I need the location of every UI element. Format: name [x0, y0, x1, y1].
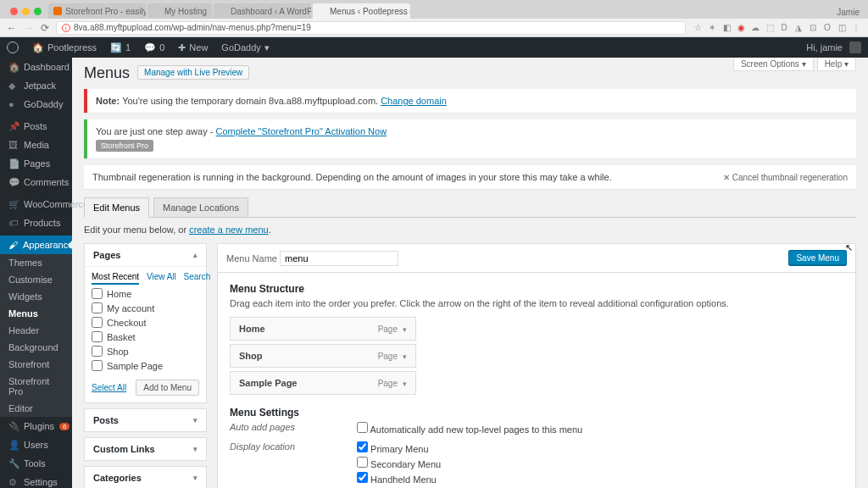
sidebar-item-godaddy[interactable]: ●GoDaddy: [0, 95, 72, 114]
sidebar-item-media[interactable]: 🖼Media: [0, 136, 72, 154]
page-option[interactable]: Basket: [92, 330, 199, 344]
submenu-storefront[interactable]: Storefront: [0, 356, 72, 373]
sidebar-item-settings[interactable]: ⚙Settings: [0, 473, 72, 488]
minimize-window-icon[interactable]: [22, 8, 30, 15]
chevron-down-icon[interactable]: ▾: [403, 380, 407, 388]
submenu-themes[interactable]: Themes: [0, 254, 72, 271]
live-preview-button[interactable]: Manage with Live Preview: [137, 65, 249, 80]
sidebar-item-dashboard[interactable]: 🏠Dashboard: [0, 58, 72, 76]
forward-button[interactable]: →: [24, 22, 34, 34]
comments-count[interactable]: 💬 0: [137, 37, 171, 58]
location-option[interactable]: Handheld Menu: [357, 472, 441, 485]
sidebar-item-products[interactable]: 🏷Products: [0, 214, 72, 232]
location-checkbox[interactable]: [357, 441, 368, 452]
ext-icon[interactable]: ✶: [707, 23, 717, 32]
location-option[interactable]: Primary Menu: [357, 441, 441, 454]
cancel-regen-link[interactable]: ✕ Cancel thumbnail regeneration: [723, 173, 848, 182]
wp-logo[interactable]: [0, 37, 25, 58]
page-option[interactable]: Home: [92, 286, 199, 301]
ext-icon[interactable]: ⬚: [765, 23, 775, 32]
sidebar-item-users[interactable]: 👤Users: [0, 435, 72, 454]
activation-link[interactable]: Complete "Storefront Pro" Activation Now: [215, 126, 387, 136]
location-checkbox[interactable]: [357, 472, 368, 483]
change-domain-link[interactable]: Change domain: [381, 96, 447, 106]
ext-icon[interactable]: ◫: [837, 23, 847, 32]
add-to-menu-button[interactable]: Add to Menu: [136, 380, 199, 396]
menu-item-row[interactable]: Sample Page Page▾: [230, 371, 416, 395]
screen-options-toggle[interactable]: Screen Options ▾: [733, 58, 814, 71]
close-window-icon[interactable]: [10, 8, 18, 15]
page-option[interactable]: Checkout: [92, 315, 199, 330]
sidebar-item-woocommerce[interactable]: 🛒WooCommerce: [0, 195, 72, 214]
help-toggle[interactable]: Help ▾: [817, 58, 856, 71]
page-checkbox[interactable]: [92, 346, 103, 357]
star-icon[interactable]: ☆: [693, 23, 703, 32]
submenu-header[interactable]: Header: [0, 322, 72, 339]
submenu-customise[interactable]: Customise: [0, 271, 72, 288]
page-option[interactable]: My account: [92, 301, 199, 315]
menu-name-input[interactable]: [280, 251, 398, 266]
sidebar-item-tools[interactable]: 🔧Tools: [0, 454, 72, 473]
page-option[interactable]: Sample Page: [92, 358, 199, 373]
ext-icon[interactable]: ⊡: [808, 23, 818, 32]
url-input[interactable]: i8va.a88.myftpupload.com/wp-admin/nav-me…: [56, 21, 686, 35]
select-all-link[interactable]: Select All: [92, 383, 126, 392]
chevron-down-icon[interactable]: ▾: [403, 352, 407, 361]
chevron-down-icon[interactable]: ▾: [403, 325, 407, 334]
page-checkbox[interactable]: [92, 302, 103, 313]
ext-icon[interactable]: ◮: [793, 23, 804, 32]
sidebar-item-appearance[interactable]: 🖌Appearance: [0, 236, 72, 254]
sidebar-item-comments[interactable]: 💬Comments: [0, 173, 72, 191]
location-checkbox[interactable]: [357, 457, 368, 468]
tab-search[interactable]: Search: [184, 272, 211, 281]
ext-icon[interactable]: ☁: [750, 23, 760, 32]
custom-links-toggle[interactable]: Custom Links▾: [85, 438, 206, 460]
save-menu-button[interactable]: Save Menu: [788, 250, 847, 266]
godaddy-menu[interactable]: GoDaddy ▾: [214, 37, 275, 58]
tab-edit-menus[interactable]: Edit Menus: [84, 197, 149, 218]
page-option[interactable]: Shop: [92, 344, 199, 358]
posts-panel-toggle[interactable]: Posts▾: [85, 409, 206, 431]
window-controls[interactable]: [7, 8, 48, 19]
menu-item-row[interactable]: Shop Page▾: [230, 344, 416, 368]
new-content[interactable]: ✚ New: [171, 37, 214, 58]
reload-button[interactable]: ⟳: [41, 22, 49, 34]
browser-tab[interactable]: Dashboard ‹ A WordPress Sit…: [214, 3, 311, 19]
back-button[interactable]: ←: [7, 22, 17, 34]
sidebar-item-posts[interactable]: 📌Posts: [0, 117, 72, 136]
categories-toggle[interactable]: Categories▾: [85, 467, 206, 488]
menu-item-row[interactable]: Home Page▾: [230, 317, 416, 341]
page-checkbox[interactable]: [92, 360, 103, 371]
pages-panel-toggle[interactable]: Pages▴: [85, 244, 206, 267]
ext-icon[interactable]: O: [822, 23, 832, 32]
tab-manage-locations[interactable]: Manage Locations: [153, 197, 248, 217]
browser-tab[interactable]: Storefront Pro - easily custo…: [48, 3, 146, 19]
submenu-editor[interactable]: Editor: [0, 400, 72, 417]
browser-profile[interactable]: Jamie: [828, 8, 868, 19]
submenu-storefront-pro[interactable]: Storefront Pro: [0, 373, 72, 400]
auto-add-option[interactable]: Automatically add new top-level pages to…: [357, 422, 582, 435]
page-checkbox[interactable]: [92, 288, 103, 299]
sidebar-item-jetpack[interactable]: ◆Jetpack: [0, 76, 72, 95]
tab-view-all[interactable]: View All: [147, 272, 176, 281]
updates[interactable]: 🔄 1: [103, 37, 137, 58]
browser-tab-active[interactable]: Menus ‹ Pootlepress — Word…×: [313, 3, 410, 19]
tab-most-recent[interactable]: Most Recent: [92, 272, 139, 285]
page-checkbox[interactable]: [92, 317, 103, 328]
ext-icon[interactable]: ◧: [721, 23, 732, 32]
browser-tab[interactable]: My Hosting: [147, 3, 212, 19]
sidebar-item-pages[interactable]: 📄Pages: [0, 154, 72, 173]
submenu-widgets[interactable]: Widgets: [0, 288, 72, 305]
auto-add-checkbox[interactable]: [357, 422, 368, 433]
sidebar-item-plugins[interactable]: 🔌Plugins 6: [0, 417, 72, 435]
location-option[interactable]: Secondary Menu: [357, 457, 441, 469]
page-checkbox[interactable]: [92, 331, 103, 342]
submenu-background[interactable]: Background: [0, 339, 72, 356]
maximize-window-icon[interactable]: [34, 8, 42, 15]
ext-icon[interactable]: ◉: [736, 23, 746, 32]
create-menu-link[interactable]: create a new menu: [189, 225, 269, 235]
user-greeting[interactable]: Hi, jamie: [799, 42, 868, 53]
site-name[interactable]: 🏠 Pootlepress: [25, 37, 103, 58]
menu-icon[interactable]: ⋮: [851, 23, 861, 32]
submenu-menus[interactable]: Menus: [0, 305, 72, 322]
